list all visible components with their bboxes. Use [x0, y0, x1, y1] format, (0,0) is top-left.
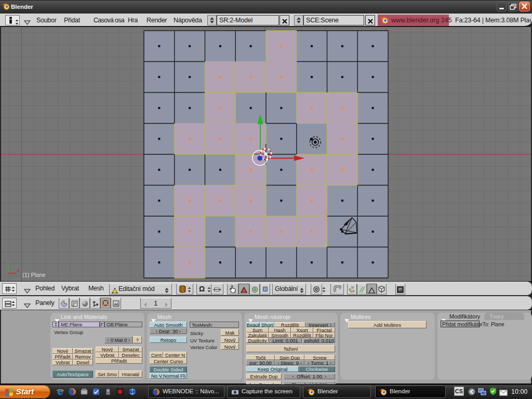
- svg-text:x: x: [17, 268, 20, 273]
- svg-text:(1) Plane: (1) Plane: [22, 272, 46, 278]
- svg-text:y: y: [6, 260, 10, 265]
